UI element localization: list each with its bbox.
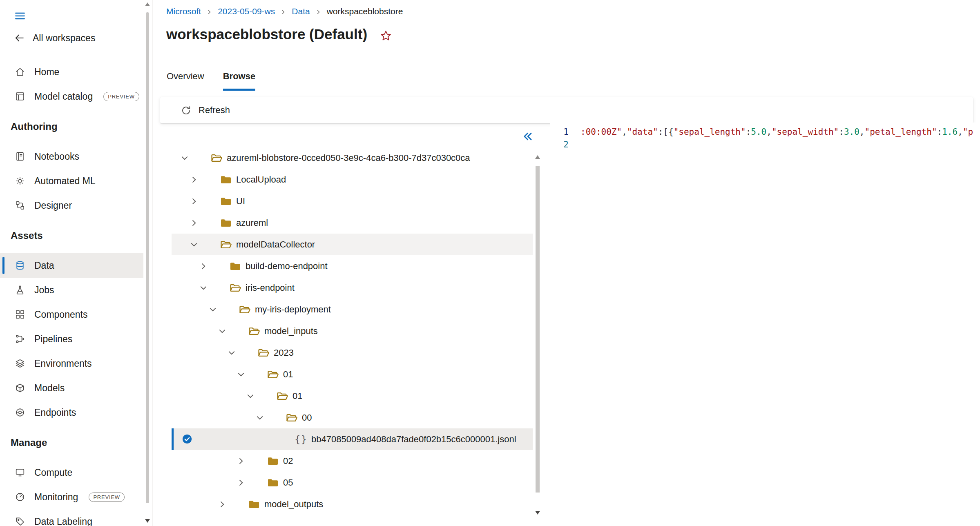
tree-expander[interactable] bbox=[189, 239, 201, 250]
favorite-star-button[interactable] bbox=[379, 29, 392, 42]
sidebar-item-data[interactable]: Data bbox=[0, 253, 143, 278]
scroll-down-arrow-icon[interactable] bbox=[145, 519, 150, 523]
code-token: , bbox=[859, 127, 865, 137]
sidebar-item-data-labeling[interactable]: Data Labeling bbox=[0, 509, 143, 526]
tab-browse[interactable]: Browse bbox=[223, 71, 255, 91]
tree-node-2023[interactable]: 2023 bbox=[172, 342, 533, 363]
tree-expander[interactable] bbox=[236, 456, 248, 466]
tree-indent bbox=[172, 504, 217, 504]
tree-expander[interactable] bbox=[198, 261, 210, 272]
model-catalog-icon bbox=[15, 91, 25, 102]
tree-node-bb47085009ad408da7fade0f02b15c6c000001-jsonl[interactable]: {}bb47085009ad408da7fade0f02b15c6c000001… bbox=[172, 428, 533, 450]
back-arrow-icon bbox=[14, 32, 25, 44]
tree-node-ui[interactable]: UI bbox=[172, 190, 533, 212]
breadcrumb-item-microsoft[interactable]: Microsoft bbox=[166, 7, 201, 16]
code-token: : bbox=[937, 127, 942, 137]
breadcrumb-item-data[interactable]: Data bbox=[292, 7, 310, 16]
sidebar-item-automated-ml[interactable]: Automated ML bbox=[0, 169, 143, 193]
code-line-content: :00:00Z","data":[{"sepal_length":5.0,"se… bbox=[569, 126, 973, 138]
tree-expander[interactable] bbox=[189, 218, 201, 228]
breadcrumb-chevron-icon bbox=[280, 9, 287, 16]
code-token: [{ bbox=[663, 127, 673, 137]
tree-node-02[interactable]: 02 bbox=[172, 450, 533, 472]
tree-node-label: iris-endpoint bbox=[246, 283, 295, 293]
folder-icon-slot bbox=[228, 281, 242, 294]
folder-icon-slot bbox=[285, 411, 299, 424]
tree-expander[interactable] bbox=[236, 369, 248, 380]
all-workspaces-link[interactable]: All workspaces bbox=[0, 26, 152, 50]
code-token: "petal_length" bbox=[865, 127, 937, 137]
tree-expander[interactable] bbox=[198, 283, 210, 293]
tree-expander[interactable] bbox=[179, 153, 192, 163]
tree-expander[interactable] bbox=[226, 348, 239, 358]
sidebar-item-notebooks[interactable]: Notebooks bbox=[0, 144, 143, 169]
tree-node-iris-endpoint[interactable]: iris-endpoint bbox=[172, 277, 533, 299]
sidebar-item-home[interactable]: Home bbox=[0, 60, 143, 84]
sidebar-item-monitoring[interactable]: MonitoringPREVIEW bbox=[0, 485, 143, 509]
tree-node-model-outputs[interactable]: model_outputs bbox=[172, 493, 533, 515]
breadcrumb-item-workspaceblobstore: workspaceblobstore bbox=[327, 7, 403, 16]
tree-scrollbar[interactable] bbox=[534, 155, 542, 515]
sidebar-scrollbar[interactable] bbox=[145, 1, 150, 525]
scroll-down-arrow-icon[interactable] bbox=[535, 511, 540, 515]
tree-node-localupload[interactable]: LocalUpload bbox=[172, 169, 533, 190]
breadcrumb-item-2023-05-09-ws[interactable]: 2023-05-09-ws bbox=[218, 7, 275, 16]
collapse-panel-button[interactable] bbox=[520, 129, 535, 144]
sidebar-item-endpoints[interactable]: Endpoints bbox=[0, 400, 143, 425]
tree-expander[interactable] bbox=[245, 391, 257, 401]
refresh-button[interactable]: Refresh bbox=[181, 105, 230, 116]
sidebar-item-models[interactable]: Models bbox=[0, 376, 143, 400]
home-icon bbox=[15, 67, 25, 77]
tree-node-model-inputs[interactable]: model_inputs bbox=[172, 320, 533, 342]
tree-node-01[interactable]: 01 bbox=[172, 363, 533, 385]
selection-bar bbox=[172, 428, 174, 450]
scroll-up-arrow-icon[interactable] bbox=[535, 155, 540, 159]
file-preview-panel: 1:00:00Z","data":[{"sepal_length":5.0,"s… bbox=[550, 123, 980, 526]
tree-indent bbox=[172, 374, 236, 374]
tree-node-05[interactable]: 05 bbox=[172, 472, 533, 493]
sidebar-item-components[interactable]: Components bbox=[0, 302, 143, 327]
sidebar-item-label: Data Labeling bbox=[34, 516, 92, 526]
sidebar-item-environments[interactable]: Environments bbox=[0, 351, 143, 376]
folder-icon bbox=[219, 173, 232, 186]
tree-node-azureml[interactable]: azureml bbox=[172, 212, 533, 234]
tree-expander[interactable] bbox=[236, 477, 248, 488]
tree-node-azureml-blobstore-0cced050-3e9c-4ca6-b300-7d37c030c0ca[interactable]: azureml-blobstore-0cced050-3e9c-4ca6-b30… bbox=[172, 147, 533, 169]
tree-expander[interactable] bbox=[254, 412, 267, 423]
sidebar-item-jobs[interactable]: Jobs bbox=[0, 278, 143, 302]
tree-expander[interactable] bbox=[189, 174, 201, 185]
sidebar-item-pipelines[interactable]: Pipelines bbox=[0, 327, 143, 351]
tree-node-modeldatacollector[interactable]: modelDataCollector bbox=[172, 234, 533, 255]
folder-icon-slot bbox=[266, 476, 280, 489]
sidebar-item-compute[interactable]: Compute bbox=[0, 460, 143, 485]
tree-node-01[interactable]: 01 bbox=[172, 385, 533, 407]
folder-open-icon bbox=[257, 346, 270, 359]
refresh-icon bbox=[181, 105, 192, 116]
folder-icon-slot bbox=[210, 152, 223, 165]
sidebar-nav: HomeModel catalogPREVIEWAuthoringNoteboo… bbox=[0, 60, 152, 526]
tab-overview[interactable]: Overview bbox=[167, 71, 204, 91]
chevron-right-icon bbox=[189, 196, 199, 207]
tree-node-build-demo-endpoint[interactable]: build-demo-endpoint bbox=[172, 255, 533, 277]
sidebar-item-label: Pipelines bbox=[34, 334, 72, 345]
tree-expander[interactable] bbox=[217, 326, 229, 337]
tree-node-my-iris-deployment[interactable]: my-iris-deployment bbox=[172, 299, 533, 320]
scrollbar-thumb[interactable] bbox=[146, 12, 149, 503]
tree-node-00[interactable]: 00 bbox=[172, 407, 533, 428]
sidebar-section-authoring: Authoring bbox=[0, 109, 152, 144]
hamburger-menu-button[interactable] bbox=[14, 10, 26, 22]
tree-expander[interactable] bbox=[189, 196, 201, 207]
sidebar-item-designer[interactable]: Designer bbox=[0, 193, 143, 218]
tree-expander[interactable] bbox=[208, 304, 220, 315]
chevron-right-icon bbox=[217, 499, 228, 510]
tree-node-label: model_outputs bbox=[264, 499, 323, 510]
all-workspaces-label: All workspaces bbox=[33, 33, 95, 44]
chevron-down-icon bbox=[236, 369, 246, 380]
tree-expander[interactable] bbox=[217, 499, 229, 510]
scroll-up-arrow-icon[interactable] bbox=[145, 2, 150, 6]
command-bar: Refresh bbox=[160, 97, 973, 123]
breadcrumb-chevron-icon bbox=[315, 9, 322, 16]
sidebar-item-model-catalog[interactable]: Model catalogPREVIEW bbox=[0, 84, 143, 109]
selected-check bbox=[181, 433, 193, 445]
scrollbar-thumb[interactable] bbox=[536, 166, 540, 493]
